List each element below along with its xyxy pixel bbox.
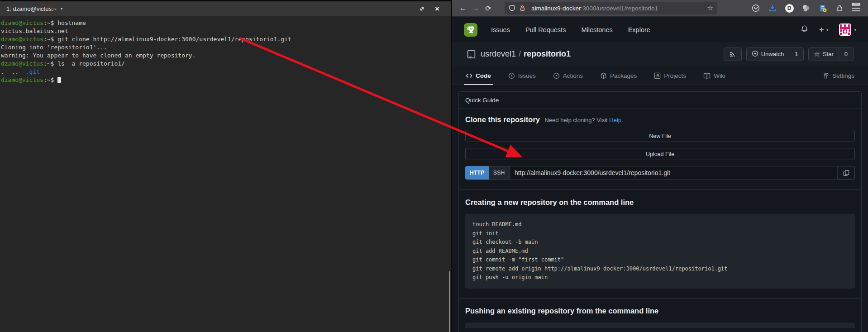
clone-heading: Clone this repository — [465, 115, 540, 123]
insecure-lock-icon[interactable] — [519, 5, 526, 12]
book-icon — [703, 73, 711, 79]
user-menu[interactable]: ▾ — [839, 24, 856, 36]
code-line: git push -u origin main — [472, 273, 848, 282]
code-icon — [466, 73, 472, 79]
extension-circles-icon[interactable] — [801, 3, 811, 14]
app-menu-icon[interactable] — [851, 3, 862, 14]
repo-tabbar: Code Issues Actions Packages Projects — [452, 66, 868, 85]
play-circle-icon — [553, 72, 560, 79]
reload-button[interactable]: ⟳ — [482, 2, 495, 14]
shield-icon[interactable] — [509, 5, 515, 12]
downloads-icon[interactable] — [767, 3, 778, 14]
nav-issues[interactable]: Issues — [491, 26, 510, 33]
extension-d-icon[interactable]: D — [784, 3, 795, 14]
browser-window: ← → ⟳ almalinux9-docker:3000/usrdevel1/r… — [451, 0, 868, 332]
chevron-down-icon: ▾ — [854, 28, 856, 32]
url-bar[interactable]: almalinux9-docker:3000/usrdevel1/reposit… — [505, 2, 717, 14]
tab-projects[interactable]: Projects — [652, 72, 688, 85]
watch-count[interactable]: 1 — [789, 48, 803, 61]
repo-header: usrdevel1/repositorio1 Unwatch 1 — [452, 42, 868, 66]
terminal-line: Cloning into 'repositorio1'... — [1, 43, 450, 52]
code-line: git add README.md — [472, 247, 848, 256]
star-count[interactable]: 0 — [839, 48, 853, 61]
create-repo-heading: Creating a new repository on the command… — [465, 195, 855, 207]
push-repo-codeblock[interactable] — [465, 323, 855, 328]
push-repo-section: Pushing an existing repository from the … — [459, 299, 861, 332]
terminal-line: warning: You appear to have cloned an em… — [1, 52, 450, 60]
chevron-down-icon: ▾ — [826, 28, 829, 32]
create-new-button[interactable]: +▾ — [819, 25, 829, 35]
copy-url-button[interactable] — [838, 166, 855, 180]
forward-button[interactable]: → — [469, 2, 482, 14]
extension-puzzle-icon[interactable] — [834, 3, 845, 14]
new-file-button[interactable]: New File — [465, 130, 855, 142]
tools-icon — [822, 72, 829, 79]
terminal-line: dzamo@victus:~$ hostname — [1, 19, 450, 27]
star-icon: ☆ — [814, 50, 820, 58]
tab-actions[interactable]: Actions — [551, 72, 585, 85]
code-line: git remote add origin http://almalinux9-… — [472, 265, 848, 274]
terminal-window: 1: dzamo@victus:~ ▾ × dzamo@victus:~$ ho… — [0, 0, 451, 332]
terminal-close-icon[interactable]: × — [435, 5, 439, 13]
extension-document-icon[interactable] — [817, 3, 828, 14]
screen: 1: dzamo@victus:~ ▾ × dzamo@victus:~$ ho… — [0, 0, 868, 332]
create-repo-codeblock[interactable]: touch README.md git init git checkout -b… — [465, 214, 855, 289]
help-link[interactable]: Help — [609, 117, 621, 123]
terminal-title: 1: dzamo@victus:~ — [6, 5, 57, 12]
star-button[interactable]: ☆ Star 0 — [808, 47, 854, 61]
gitea-page: Issues Pull Requests Milestones Explore … — [452, 17, 868, 332]
push-repo-heading: Pushing an existing repository from the … — [465, 304, 855, 315]
terminal-line: dzamo@victus:~$ ls -a repositorio1/ — [1, 60, 450, 68]
unwatch-button[interactable]: Unwatch 1 — [746, 47, 804, 61]
code-line: git commit -m "first commit" — [472, 256, 848, 265]
browser-toolbar: ← → ⟳ almalinux9-docker:3000/usrdevel1/r… — [452, 0, 868, 17]
notifications-bell-icon[interactable] — [801, 25, 808, 35]
clone-url-row: HTTP SSH — [465, 166, 855, 180]
nav-milestones[interactable]: Milestones — [581, 26, 612, 33]
repo-content: Quick Guide Clone this repository Need h… — [452, 85, 868, 332]
kanban-icon — [654, 72, 661, 79]
repo-owner-link[interactable]: usrdevel1 — [481, 49, 516, 58]
upload-file-button[interactable]: Upload File — [465, 148, 855, 160]
code-line: touch README.md — [472, 220, 848, 229]
ssh-toggle-button[interactable]: SSH — [489, 166, 510, 180]
avatar[interactable] — [839, 24, 851, 36]
tab-wiki[interactable]: Wiki — [701, 72, 727, 85]
terminal-line: victus.balaitus.net — [1, 27, 450, 35]
terminal-title-caret-icon[interactable]: ▾ — [61, 6, 63, 11]
gitea-navbar: Issues Pull Requests Milestones Explore … — [452, 17, 868, 42]
tab-settings[interactable]: Settings — [820, 72, 856, 85]
terminal-line: . .. .git — [1, 68, 450, 76]
tab-issues[interactable]: Issues — [506, 72, 538, 85]
update-badge-icon — [852, 3, 860, 6]
terminal-cursor — [57, 77, 61, 83]
gitea-logo-icon[interactable] — [464, 23, 477, 37]
issue-icon — [508, 72, 515, 79]
tab-code[interactable]: Code — [464, 72, 493, 85]
terminal-scrollbar-thumb[interactable] — [449, 271, 450, 332]
eye-icon — [752, 50, 758, 58]
pocket-icon[interactable] — [750, 3, 761, 14]
code-line: git init — [472, 229, 848, 238]
package-icon — [600, 72, 607, 79]
clone-url-input[interactable] — [510, 166, 838, 180]
bookmark-star-icon[interactable]: ☆ — [707, 4, 713, 12]
url-text[interactable]: almalinux9-docker:3000/usrdevel1/reposit… — [531, 5, 705, 12]
code-line: git checkout -b main — [472, 238, 848, 247]
clone-subtext: Need help cloning? Visit Help. — [544, 117, 623, 123]
nav-explore[interactable]: Explore — [628, 26, 650, 33]
http-toggle-button[interactable]: HTTP — [465, 166, 489, 180]
terminal-maximize-icon[interactable] — [419, 6, 425, 12]
nav-pull-requests[interactable]: Pull Requests — [525, 26, 566, 33]
repository-icon — [467, 49, 476, 59]
create-repo-section: Creating a new repository on the command… — [459, 190, 861, 299]
clone-section: Clone this repository Need help cloning?… — [459, 109, 861, 190]
tab-packages[interactable]: Packages — [598, 72, 639, 85]
quick-guide-title: Quick Guide — [459, 92, 861, 109]
terminal-titlebar[interactable]: 1: dzamo@victus:~ ▾ × — [0, 0, 451, 16]
repo-name-link[interactable]: repositorio1 — [524, 49, 571, 58]
rss-button[interactable] — [724, 47, 742, 61]
terminal-line: dzamo@victus:~$ git clone http://almalin… — [1, 35, 450, 43]
terminal-output[interactable]: dzamo@victus:~$ hostname victus.balaitus… — [0, 16, 451, 84]
back-button[interactable]: ← — [457, 2, 469, 14]
